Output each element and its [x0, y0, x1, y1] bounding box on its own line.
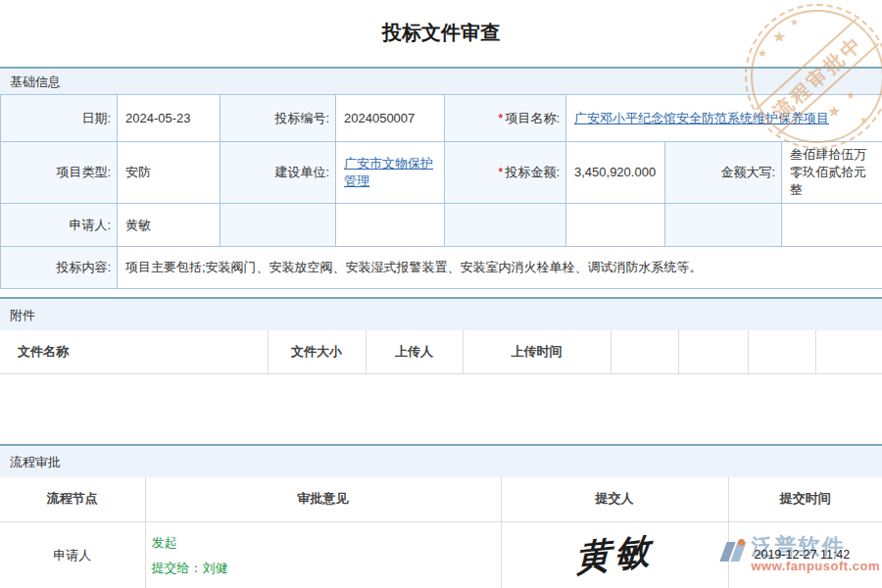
bid-review-page: 投标文件审查 基础信息 日期: 2024-05-23 投标编号: 2024050…: [0, 0, 882, 588]
approval-table: 流程节点 审批意见 提交人 提交时间 申请人 发起 提交给：刘健 黄敏 2019…: [0, 477, 882, 588]
approval-submit-time: 2019-12-27 11:42: [755, 548, 851, 562]
bid-no-label: 投标编号:: [220, 95, 336, 142]
attachments-section: 附件 文件名称 文件大小 上传人 上传时间: [0, 297, 882, 374]
approval-header-submit-time: 提交时间: [728, 477, 882, 522]
attachments-header-file-size: 文件大小: [268, 330, 366, 373]
approval-section: 流程审批 流程节点 审批意见 提交人 提交时间 申请人 发起 提交给：刘健 黄敏: [0, 444, 882, 588]
attachments-header-empty: [815, 330, 882, 373]
empty-label-cell: [665, 204, 782, 247]
attachments-header-empty: [611, 330, 678, 373]
attachments-header-empty: [748, 330, 815, 373]
empty-value-cell: [336, 204, 445, 247]
attachments-header-file-name: 文件名称: [0, 330, 268, 373]
approval-header-opinion: 审批意见: [145, 477, 501, 522]
amount-words-value: 叁佰肆拾伍万零玖佰贰拾元整: [782, 142, 882, 204]
basic-info-section-title: 基础信息: [0, 67, 882, 94]
basic-info-section: 基础信息 日期: 2024-05-23 投标编号: 2024050007 *项目…: [0, 67, 882, 289]
applicant-value: 黄敏: [118, 204, 220, 247]
empty-value-cell: [782, 204, 882, 247]
empty-label-cell: [445, 204, 566, 247]
approval-node: 申请人: [0, 522, 145, 588]
approval-header-node: 流程节点: [0, 477, 145, 522]
bid-content-label: 投标内容:: [1, 247, 118, 289]
project-name-label: *项目名称:: [445, 95, 566, 142]
required-marker: *: [498, 111, 503, 125]
date-value: 2024-05-23: [118, 95, 220, 142]
approval-header-submitter: 提交人: [501, 477, 728, 522]
approval-time-cell: 2019-12-27 11:42 泛普软件 www.fanpusoft.com: [728, 522, 882, 588]
approval-signature-cell: 黄敏: [501, 522, 728, 588]
project-name-link[interactable]: 广安邓小平纪念馆安全防范系统维护保养项目: [574, 111, 829, 125]
signature-image: 黄敏: [575, 527, 654, 584]
attachments-header-upload-time: 上传时间: [463, 330, 611, 373]
approval-row: 申请人 发起 提交给：刘健 黄敏 2019-12-27 11:42 泛普: [0, 522, 882, 588]
star-icon: ★: [758, 48, 767, 59]
empty-label-cell: [220, 204, 336, 247]
page-title: 投标文件审查: [0, 20, 882, 45]
attachments-table: 文件名称 文件大小 上传人 上传时间: [0, 330, 882, 374]
fanpu-logo-icon: [719, 537, 747, 566]
bid-content-value: 项目主要包括;安装阀门、安装放空阀、安装湿式报警装置、安装室内消火栓单栓、调试消…: [118, 247, 882, 289]
basic-info-table: 日期: 2024-05-23 投标编号: 2024050007 *项目名称: 广…: [0, 94, 882, 289]
empty-value-cell: [566, 204, 665, 247]
attachments-section-title: 附件: [0, 297, 882, 330]
attachments-header-empty: [678, 330, 748, 373]
approval-opinion-submit-to: 提交给：刘健: [152, 556, 501, 581]
project-type-value: 安防: [118, 142, 220, 204]
bid-amount-label: *投标金额:: [445, 142, 566, 204]
approval-opinion-action: 发起: [152, 530, 501, 556]
construction-unit-cell: 广安市文物保护管理: [336, 142, 445, 204]
construction-unit-label: 建设单位:: [220, 142, 336, 204]
project-name-cell: 广安邓小平纪念馆安全防范系统维护保养项目: [566, 95, 882, 142]
project-type-label: 项目类型:: [1, 142, 118, 204]
required-marker: *: [498, 165, 503, 179]
construction-unit-link[interactable]: 广安市文物保护管理: [344, 156, 433, 188]
approval-section-title: 流程审批: [0, 444, 882, 477]
amount-words-label: 金额大写:: [665, 142, 782, 204]
bid-amount-value: 3,450,920.000: [566, 142, 665, 204]
bid-no-value: 2024050007: [336, 95, 445, 142]
attachments-header-uploader: 上传人: [366, 330, 463, 373]
applicant-label: 申请人:: [1, 204, 118, 247]
date-label: 日期:: [1, 95, 118, 142]
approval-opinion: 发起 提交给：刘健: [145, 522, 501, 588]
